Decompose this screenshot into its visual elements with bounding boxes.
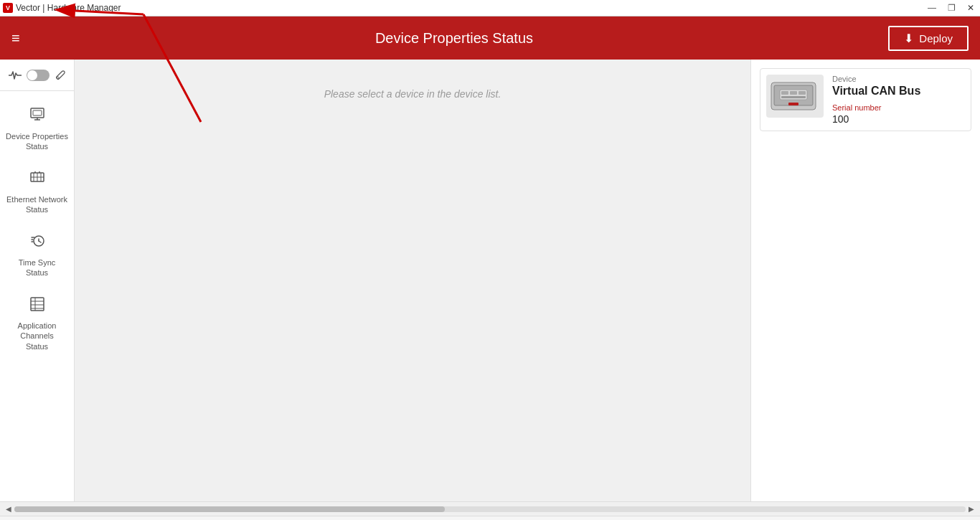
activity-icon[interactable] xyxy=(9,70,22,80)
close-button[interactable]: ✕ xyxy=(964,3,977,13)
toolbar-top xyxy=(0,60,74,91)
svg-point-3 xyxy=(57,77,59,79)
minimize-button[interactable]: — xyxy=(925,3,939,13)
toggle-switch[interactable] xyxy=(27,70,50,81)
title-bar-controls[interactable]: — ❐ ✕ xyxy=(925,3,977,13)
serial-number-label: Serial number xyxy=(832,103,965,112)
scrollbar-thumb[interactable] xyxy=(14,506,445,512)
scrollbar-area: ◀ ▶ xyxy=(0,501,980,516)
header-bar: ≡ Device Properties Status ⬇ Deploy xyxy=(0,16,980,60)
main-layout: Device PropertiesStatus Ethernet Networ xyxy=(0,60,980,501)
device-type-label: Device xyxy=(832,75,965,83)
download-icon: ⬇ xyxy=(904,32,913,45)
scrollbar-track[interactable] xyxy=(14,506,966,512)
svg-rect-31 xyxy=(798,91,806,95)
svg-rect-33 xyxy=(788,103,798,105)
sidebar-item-time-sync[interactable]: Time SyncStatus xyxy=(0,223,74,286)
device-name: Virtual CAN Bus xyxy=(832,85,965,98)
sidebar-item-ethernet-network-label: Ethernet NetworkStatus xyxy=(6,194,67,215)
time-sync-icon xyxy=(29,232,46,255)
settings-icon[interactable] xyxy=(55,70,66,81)
device-card: Device Virtual CAN Bus Serial number 100 xyxy=(760,68,971,131)
app-icon xyxy=(3,3,13,13)
menu-button[interactable]: ≡ xyxy=(11,31,20,45)
device-thumbnail xyxy=(766,75,824,118)
svg-rect-30 xyxy=(790,91,797,95)
placeholder-text: Please select a device in the device lis… xyxy=(324,88,501,100)
device-properties-icon xyxy=(29,105,46,128)
svg-rect-5 xyxy=(33,110,42,115)
application-channels-icon xyxy=(29,296,46,318)
right-panel: Device Virtual CAN Bus Serial number 100 xyxy=(750,60,980,501)
center-content: Please select a device in the device lis… xyxy=(75,60,750,501)
title-bar: Vector | Hardware Manager — ❐ ✕ xyxy=(0,0,980,16)
svg-rect-29 xyxy=(781,91,788,95)
deploy-label: Deploy xyxy=(919,32,953,44)
scroll-right-button[interactable]: ▶ xyxy=(966,504,977,515)
device-info: Device Virtual CAN Bus Serial number 100 xyxy=(832,75,965,125)
sidebar-item-time-sync-label: Time SyncStatus xyxy=(19,257,56,278)
left-toolbar: Device PropertiesStatus Ethernet Networ xyxy=(0,60,75,501)
svg-line-17 xyxy=(39,241,41,242)
scroll-left-button[interactable]: ◀ xyxy=(3,504,14,515)
nav-items: Device PropertiesStatus Ethernet Networ xyxy=(0,91,74,366)
sidebar-item-ethernet-network[interactable]: Ethernet NetworkStatus xyxy=(0,160,74,223)
sidebar-item-device-properties-label: Device PropertiesStatus xyxy=(6,131,68,152)
svg-rect-32 xyxy=(781,96,806,98)
app-title: Vector | Hardware Manager xyxy=(16,3,121,13)
sidebar-item-application-channels-label: Application ChannelsStatus xyxy=(3,321,71,351)
title-bar-left: Vector | Hardware Manager xyxy=(3,3,121,13)
serial-number-value: 100 xyxy=(832,113,965,125)
sidebar-item-application-channels[interactable]: Application ChannelsStatus xyxy=(0,287,74,360)
deploy-button[interactable]: ⬇ Deploy xyxy=(888,26,969,51)
sidebar-item-device-properties[interactable]: Device PropertiesStatus xyxy=(0,97,74,160)
maximize-button[interactable]: ❐ xyxy=(945,3,958,13)
page-title: Device Properties Status xyxy=(20,30,889,47)
status-bar: 2 This Computer 1 ⊕ 0 △ 0 ⊘ 0 □ 0 ⊕ xyxy=(0,516,980,520)
ethernet-network-icon xyxy=(29,169,46,192)
